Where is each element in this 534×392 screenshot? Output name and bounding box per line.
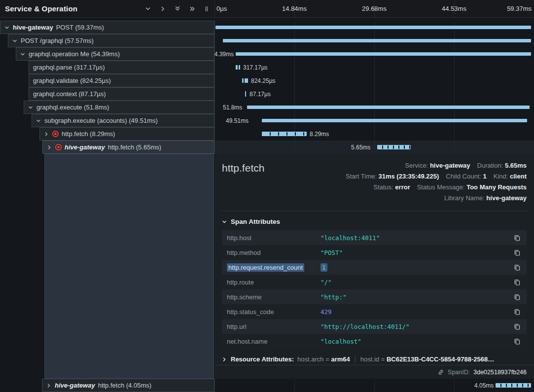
span-tree-node[interactable]: POST /graphql (57.57ms) xyxy=(8,34,214,47)
meta-line: Library Name: hive-gateway xyxy=(346,193,527,204)
top-bar: Service & Operation 0µs 14.84ms 29.68ms … xyxy=(0,0,534,18)
span-tree-node[interactable]: graphql.context (87.17µs) xyxy=(29,87,214,101)
duration-label: 49.51ms xyxy=(226,117,249,124)
span-label: graphql.context (87.17µs) xyxy=(33,90,106,98)
ruler-tick: 44.53ms xyxy=(442,5,466,12)
chevron-down-icon[interactable] xyxy=(12,38,18,43)
meta-line: Service: hive-gatewayDuration: 5.65ms xyxy=(346,160,527,171)
selected-span-region[interactable] xyxy=(44,154,214,379)
copy-icon[interactable] xyxy=(513,278,522,287)
chevron-down-icon[interactable] xyxy=(4,25,10,30)
attr-row[interactable]: http.status_code 429 xyxy=(222,304,527,319)
span-service: hive-gateway xyxy=(55,382,95,389)
attr-row[interactable]: http.host "localhost:4011" xyxy=(222,230,527,245)
span-duration-bar[interactable] xyxy=(247,106,530,109)
span-label: http.fetch (8.29ms) xyxy=(62,130,115,138)
link-icon[interactable] xyxy=(437,369,444,376)
copy-icon[interactable] xyxy=(513,248,522,257)
resource-attributes-toggle[interactable]: Resource Attributes: host.arch = arm64 h… xyxy=(222,356,527,363)
span-tree-node[interactable]: hive-gateway http.fetch (4.05ms) xyxy=(42,379,214,392)
attr-key: http.route xyxy=(227,279,320,286)
timeline-cell xyxy=(214,34,534,47)
duration-label: 824.25µs xyxy=(251,77,276,84)
chevron-down-icon[interactable] xyxy=(20,52,26,57)
trace-viewer: Service & Operation 0µs 14.84ms 29.68ms … xyxy=(0,0,534,392)
trace-row: subgraph.execute (accounts) (49.51ms) 49… xyxy=(0,114,534,127)
copy-icon[interactable] xyxy=(513,292,522,302)
duration-label: 8.29ms xyxy=(310,131,329,138)
attr-value: "http:" xyxy=(320,293,513,301)
span-tree-node[interactable]: http.fetch (8.29ms) xyxy=(39,127,214,141)
ruler-tick: 29.68ms xyxy=(362,5,387,12)
ruler-tick: 59.37ms xyxy=(507,5,532,12)
chevron-down-icon[interactable] xyxy=(28,105,34,110)
span-tree-node[interactable]: subgraph.execute (accounts) (49.51ms) xyxy=(32,114,214,127)
double-chevron-right-icon[interactable] xyxy=(188,5,197,13)
span-duration-bar[interactable] xyxy=(242,78,248,83)
span-tree-node[interactable]: graphql.execute (51.8ms) xyxy=(24,101,214,114)
timeline-cell: 87.17µs xyxy=(214,87,534,101)
panel-resize-handle[interactable] xyxy=(204,4,210,13)
span-duration-bar[interactable] xyxy=(215,26,531,29)
span-label: graphql.parse (317.17µs) xyxy=(33,64,105,71)
attr-value: "localhost:4011" xyxy=(320,234,513,242)
timeline-cell-selected: 5.65ms xyxy=(214,141,534,154)
span-id-label: SpanID: xyxy=(448,369,470,376)
span-label: graphql.validate (824.25µs) xyxy=(33,77,111,84)
span-tree-node[interactable]: graphql.parse (317.17µs) xyxy=(29,61,214,74)
span-attributes-toggle[interactable]: Span Attributes xyxy=(222,218,527,225)
span-label: graphql.execute (51.8ms) xyxy=(36,104,109,111)
span-tree-node[interactable]: graphql.operation Me (54.39ms) xyxy=(16,47,214,61)
chevron-right-icon[interactable] xyxy=(47,145,52,150)
resource-attr: host.id = BC62E13B-C4CC-5854-9788-2568… xyxy=(355,356,494,363)
chevron-down-icon xyxy=(222,219,227,224)
attr-value: "localhost" xyxy=(320,338,513,345)
span-duration-bar[interactable] xyxy=(496,383,531,388)
attr-row[interactable]: http.url "http://localhost:4011/" xyxy=(222,319,527,334)
copy-icon[interactable] xyxy=(513,263,522,272)
attr-row[interactable]: net.host.name "localhost" xyxy=(222,334,527,349)
span-duration-bar[interactable] xyxy=(223,39,531,42)
span-duration-bar[interactable] xyxy=(245,91,246,97)
span-label: http.fetch (4.05ms) xyxy=(98,382,151,389)
attr-row[interactable]: http.method "POST" xyxy=(222,245,527,260)
main-area: http.fetch Service: hive-gatewayDuration… xyxy=(0,154,534,379)
span-tree-node[interactable]: graphql.validate (824.25µs) xyxy=(29,74,214,87)
attr-row[interactable]: http.route "/" xyxy=(222,275,527,289)
double-chevron-down-icon[interactable] xyxy=(174,4,181,13)
span-attributes-table: http.host "localhost:4011" http.method "… xyxy=(222,230,527,349)
copy-icon[interactable] xyxy=(513,337,522,346)
chevron-right-icon[interactable] xyxy=(44,132,49,137)
copy-icon[interactable] xyxy=(513,307,522,317)
section-title: Resource Attributes: xyxy=(231,356,294,363)
span-duration-bar[interactable] xyxy=(262,132,307,136)
chevron-down-icon[interactable] xyxy=(36,118,41,123)
chevron-right-icon xyxy=(222,357,227,362)
span-duration-bar[interactable] xyxy=(377,145,411,149)
span-tree-node[interactable]: hive-gateway POST (59.37ms) xyxy=(0,21,214,34)
span-label: http.fetch (5.65ms) xyxy=(108,143,161,151)
attr-row[interactable]: http.scheme "http:" xyxy=(222,289,527,304)
span-label: subgraph.execute (accounts) (49.51ms) xyxy=(44,117,158,124)
chevron-right-icon[interactable] xyxy=(46,383,52,388)
span-duration-bar[interactable] xyxy=(236,52,531,56)
copy-icon[interactable] xyxy=(513,233,522,243)
tree-panel-body xyxy=(0,154,214,379)
duration-label: 51.8ms xyxy=(223,104,242,111)
timeline-ruler: 0µs 14.84ms 29.68ms 44.53ms 59.37ms xyxy=(214,0,534,18)
span-duration-bar[interactable] xyxy=(236,65,240,70)
trace-row: hive-gateway http.fetch (4.05ms) 4.05ms xyxy=(0,379,534,392)
attr-value: "/" xyxy=(320,279,513,286)
attr-key: http.url xyxy=(227,323,320,330)
chevron-right-icon[interactable] xyxy=(159,5,167,13)
span-tree-node-selected[interactable]: hive-gateway http.fetch (5.65ms) xyxy=(42,141,214,154)
attr-row-highlighted[interactable]: http.request.resend_count 1 xyxy=(222,260,527,275)
span-label: POST (59.37ms) xyxy=(56,24,104,31)
attr-key: http.host xyxy=(227,234,320,242)
meta-line: Status: errorStatus Message: Too Many Re… xyxy=(346,182,527,193)
span-duration-bar[interactable] xyxy=(262,119,527,122)
duration-label: 5.65ms xyxy=(351,144,370,151)
copy-icon[interactable] xyxy=(513,322,522,331)
chevron-down-icon[interactable] xyxy=(144,5,152,13)
trace-row-selected: hive-gateway http.fetch (5.65ms) 5.65ms xyxy=(0,141,534,154)
